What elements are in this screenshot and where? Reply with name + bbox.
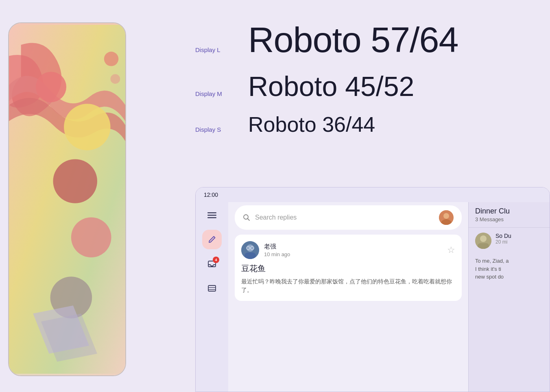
star-icon[interactable]: ☆ bbox=[447, 245, 455, 255]
svg-rect-28 bbox=[478, 243, 489, 249]
menu-icon bbox=[207, 211, 216, 220]
message-time: 10 min ago bbox=[264, 251, 290, 257]
svg-point-4 bbox=[71, 217, 111, 257]
display-m-text: Roboto 45/52 bbox=[248, 71, 414, 102]
svg-point-2 bbox=[36, 72, 66, 102]
avatar-svg bbox=[439, 210, 454, 225]
phone-mockup bbox=[0, 0, 134, 392]
search-placeholder-text: Search replies bbox=[255, 214, 434, 221]
so-du-message[interactable]: So Du 20 mi bbox=[469, 228, 550, 254]
svg-rect-9 bbox=[207, 215, 216, 216]
sender-avatar-svg bbox=[241, 241, 259, 259]
right-panel: Dinner Clu 3 Messages So Du 20 mi To m bbox=[468, 187, 550, 392]
message-title: 豆花鱼 bbox=[241, 263, 455, 274]
search-bar[interactable]: Search replies bbox=[235, 205, 462, 230]
dinner-message-count: 3 Messages bbox=[475, 216, 543, 222]
main-content-area: Search replies bbox=[228, 187, 468, 392]
svg-point-3 bbox=[53, 159, 97, 203]
search-icon bbox=[243, 214, 250, 221]
so-du-name: So Du bbox=[495, 233, 543, 239]
phone-ui-inner: 4 Search replies bbox=[196, 187, 550, 392]
dinner-club-section[interactable]: Dinner Clu 3 Messages bbox=[469, 202, 550, 228]
sender-text-info: 老强 10 min ago bbox=[264, 243, 290, 258]
sender-avatar bbox=[241, 241, 259, 259]
list-icon bbox=[207, 284, 216, 293]
user-avatar[interactable] bbox=[439, 210, 454, 225]
svg-rect-8 bbox=[207, 212, 216, 213]
sidebar-icon-compose[interactable] bbox=[202, 230, 222, 249]
sidebar: 4 bbox=[196, 187, 228, 392]
typography-area: Display L Roboto 57/64 Display M Roboto … bbox=[195, 8, 550, 183]
so-du-preview-text: To me, Ziad, a I think it's ti new spot … bbox=[469, 257, 550, 281]
dinner-club-title: Dinner Clu bbox=[475, 207, 543, 216]
display-m-row: Display M Roboto 45/52 bbox=[195, 71, 550, 102]
svg-point-6 bbox=[104, 52, 119, 66]
sidebar-icon-menu[interactable] bbox=[202, 205, 222, 225]
status-bar: 12:00 bbox=[196, 187, 550, 202]
svg-point-7 bbox=[111, 74, 120, 84]
display-l-text: Roboto 57/64 bbox=[248, 20, 458, 60]
avatar-image bbox=[439, 210, 454, 225]
phone-frame bbox=[8, 22, 126, 376]
message-card[interactable]: 老强 10 min ago ☆ 豆花鱼 最近忙吗？昨晚我去了你最爱的那家饭馆，点… bbox=[235, 235, 462, 301]
display-l-label: Display L bbox=[195, 42, 248, 53]
so-du-time: 20 mi bbox=[495, 239, 543, 245]
sender-avatar-image bbox=[241, 241, 259, 259]
svg-point-18 bbox=[443, 213, 449, 219]
display-m-label: Display M bbox=[195, 86, 248, 97]
inbox-badge: 4 bbox=[213, 257, 219, 263]
svg-rect-10 bbox=[207, 217, 216, 218]
sidebar-icon-list[interactable] bbox=[202, 279, 222, 298]
svg-point-27 bbox=[480, 235, 487, 242]
status-time: 12:00 bbox=[204, 192, 218, 198]
svg-line-16 bbox=[248, 219, 250, 221]
so-du-avatar bbox=[475, 233, 491, 249]
phone-illustration bbox=[9, 23, 125, 375]
svg-point-1 bbox=[64, 104, 110, 150]
display-s-label: Display S bbox=[195, 122, 248, 133]
so-du-info: So Du 20 mi bbox=[495, 233, 543, 249]
so-du-avatar-svg bbox=[475, 233, 491, 249]
display-s-text: Roboto 36/44 bbox=[248, 113, 375, 136]
svg-rect-12 bbox=[208, 285, 216, 291]
sender-name: 老强 bbox=[264, 243, 290, 250]
svg-rect-22 bbox=[244, 253, 256, 259]
message-preview: 最近忙吗？昨晚我去了你最爱的那家饭馆，点了他们的特色豆花鱼，吃着吃着就想你了。 bbox=[241, 277, 455, 294]
compose-icon bbox=[208, 235, 216, 244]
sender-info: 老强 10 min ago bbox=[241, 241, 290, 259]
phone-ui: 12:00 bbox=[195, 187, 550, 392]
display-l-row: Display L Roboto 57/64 bbox=[195, 20, 550, 60]
message-header: 老强 10 min ago ☆ bbox=[241, 241, 455, 259]
display-s-row: Display S Roboto 36/44 bbox=[195, 113, 550, 136]
sidebar-icon-inbox[interactable]: 4 bbox=[202, 254, 222, 274]
